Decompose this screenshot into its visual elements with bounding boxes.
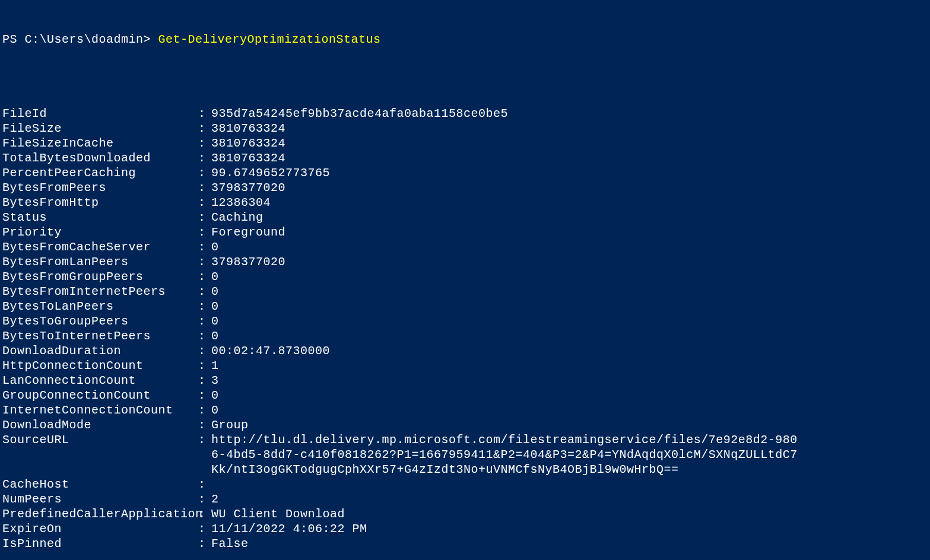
field-row: InternetConnectionCount: 0: [2, 403, 928, 418]
field-row: Priority: Foreground: [2, 225, 928, 240]
field-separator: :: [198, 240, 211, 254]
field-key: SourceURL: [2, 432, 198, 477]
field-separator: :: [198, 195, 211, 210]
field-key: BytesFromLanPeers: [2, 254, 198, 269]
field-key: HttpConnectionCount: [2, 358, 198, 373]
field-separator: :: [198, 373, 211, 388]
terminal-output[interactable]: PS C:\Users\doadmin> Get-DeliveryOptimiz…: [2, 2, 928, 560]
field-key: PercentPeerCaching: [2, 166, 198, 180]
field-row: LanConnectionCount: 3: [2, 373, 928, 388]
field-row: BytesToInternetPeers: 0: [2, 329, 928, 343]
field-key: BytesFromHttp: [2, 195, 198, 210]
field-row: FileSizeInCache: 3810763324: [2, 136, 928, 151]
field-separator: :: [198, 136, 211, 151]
field-separator: :: [198, 507, 211, 521]
field-key: BytesFromGroupPeers: [2, 269, 198, 284]
field-key: GroupConnectionCount: [2, 388, 198, 403]
field-value: 12386304: [211, 195, 799, 210]
field-separator: :: [198, 432, 211, 477]
field-key: DownloadDuration: [2, 343, 198, 358]
field-value: 2: [211, 492, 799, 507]
field-value: 935d7a54245ef9bb37acde4afa0aba1158ce0be5: [211, 106, 799, 121]
field-separator: :: [198, 521, 211, 536]
field-separator: :: [198, 536, 211, 551]
field-key: TotalBytesDownloaded: [2, 151, 198, 166]
field-value: 3798377020: [211, 180, 799, 195]
field-separator: :: [198, 329, 211, 343]
field-row: BytesToGroupPeers: 0: [2, 314, 928, 329]
field-value: 0: [211, 403, 799, 418]
field-row: DownloadDuration: 00:02:47.8730000: [2, 343, 928, 358]
field-row: PredefinedCallerApplication: WU Client D…: [2, 507, 928, 521]
field-row: BytesFromLanPeers: 3798377020: [2, 254, 928, 269]
field-separator: :: [198, 343, 211, 358]
field-key: PredefinedCallerApplication: [2, 507, 198, 521]
field-key: BytesToLanPeers: [2, 299, 198, 314]
command-text: Get-DeliveryOptimizationStatus: [158, 33, 381, 46]
field-value: 3810763324: [211, 121, 799, 136]
field-row: PercentPeerCaching: 99.6749652773765: [2, 166, 928, 180]
field-row: BytesFromInternetPeers: 0: [2, 284, 928, 299]
field-value: 0: [211, 299, 799, 314]
field-separator: :: [198, 254, 211, 269]
field-value: [211, 477, 799, 492]
field-value: 0: [211, 388, 799, 403]
field-key: InternetConnectionCount: [2, 403, 198, 418]
field-key: BytesFromInternetPeers: [2, 284, 198, 299]
field-value: http://tlu.dl.delivery.mp.microsoft.com/…: [211, 432, 799, 477]
field-key: IsPinned: [2, 536, 198, 551]
field-row: GroupConnectionCount: 0: [2, 388, 928, 403]
field-separator: :: [198, 403, 211, 418]
field-separator: :: [198, 284, 211, 299]
field-value: 0: [211, 284, 799, 299]
field-value: 00:02:47.8730000: [211, 343, 799, 358]
field-separator: :: [198, 180, 211, 195]
field-separator: :: [198, 418, 211, 432]
field-value: 0: [211, 269, 799, 284]
field-separator: :: [198, 106, 211, 121]
field-key: BytesFromPeers: [2, 180, 198, 195]
field-key: FileSize: [2, 121, 198, 136]
field-separator: :: [198, 121, 211, 136]
prompt-path: C:\Users\doadmin: [25, 33, 144, 46]
field-key: BytesToInternetPeers: [2, 329, 198, 343]
field-key: BytesToGroupPeers: [2, 314, 198, 329]
field-row: TotalBytesDownloaded: 3810763324: [2, 151, 928, 166]
field-key: Priority: [2, 225, 198, 240]
field-row: HttpConnectionCount: 1: [2, 358, 928, 373]
field-row: SourceURL: http://tlu.dl.delivery.mp.mic…: [2, 432, 928, 477]
field-value: 3: [211, 373, 799, 388]
field-value: Foreground: [211, 225, 799, 240]
field-separator: :: [198, 151, 211, 166]
field-value: 0: [211, 240, 799, 254]
field-value: 0: [211, 314, 799, 329]
field-value: 1: [211, 358, 799, 373]
field-value: 11/11/2022 4:06:22 PM: [211, 521, 799, 536]
field-row: BytesFromPeers: 3798377020: [2, 180, 928, 195]
field-separator: :: [198, 210, 211, 225]
field-key: BytesFromCacheServer: [2, 240, 198, 254]
field-row: BytesFromHttp: 12386304: [2, 195, 928, 210]
prompt-suffix: >: [144, 33, 158, 46]
field-key: CacheHost: [2, 477, 198, 492]
field-row: ExpireOn: 11/11/2022 4:06:22 PM: [2, 521, 928, 536]
output-fields: FileId: 935d7a54245ef9bb37acde4afa0aba11…: [2, 106, 928, 551]
field-row: DownloadMode: Group: [2, 418, 928, 432]
field-key: FileId: [2, 106, 198, 121]
prompt-line: PS C:\Users\doadmin> Get-DeliveryOptimiz…: [2, 32, 928, 47]
field-key: FileSizeInCache: [2, 136, 198, 151]
field-row: BytesToLanPeers: 0: [2, 299, 928, 314]
field-value: Caching: [211, 210, 799, 225]
field-separator: :: [198, 166, 211, 180]
field-separator: :: [198, 225, 211, 240]
field-key: DownloadMode: [2, 418, 198, 432]
field-separator: :: [198, 388, 211, 403]
field-value: 3810763324: [211, 151, 799, 166]
field-value: False: [211, 536, 799, 551]
field-value: 0: [211, 329, 799, 343]
field-separator: :: [198, 477, 211, 492]
field-value: WU Client Download: [211, 507, 799, 521]
field-separator: :: [198, 358, 211, 373]
field-row: IsPinned: False: [2, 536, 928, 551]
prompt-prefix: PS: [2, 33, 25, 46]
